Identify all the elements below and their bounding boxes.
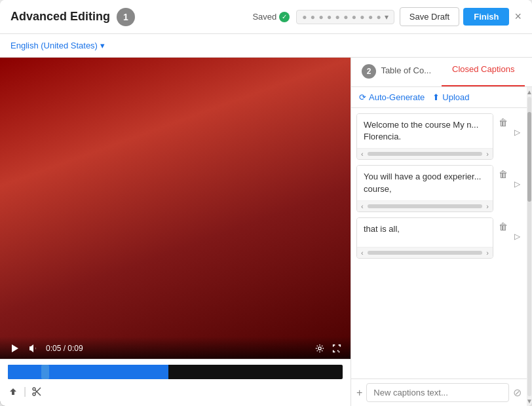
caption-scrollbar-2: ‹ › xyxy=(357,200,493,212)
upload-label: Upload xyxy=(442,92,469,102)
scrollbar-up-icon[interactable]: ▲ xyxy=(526,88,532,96)
captions-content: ⟳ Auto-Generate ⬆ Upload Wel xyxy=(351,87,527,406)
video-player: 0:05 / 0:09 xyxy=(0,58,351,359)
panel-scrollbar: ▲ ▼ xyxy=(527,87,532,406)
video-controls-overlay: 0:05 / 0:09 xyxy=(0,337,351,359)
url-pill[interactable]: ● ● ● ● ● ● ● ● ● ● ▾ xyxy=(296,10,394,24)
scroll-left-icon[interactable]: ‹ xyxy=(360,150,365,158)
caption-delete-2[interactable]: 🗑 xyxy=(496,168,510,181)
caption-scrollbar-1: ‹ › xyxy=(357,148,493,159)
scrollbar-thumb xyxy=(527,112,531,202)
timeline-marker xyxy=(41,365,49,379)
svg-marker-0 xyxy=(12,344,18,352)
caption-scrollbar-3: ‹ › xyxy=(357,247,493,258)
svg-point-2 xyxy=(33,388,35,390)
caption-delete-3[interactable]: 🗑 xyxy=(496,220,510,233)
caption-play-3[interactable]: ▷ xyxy=(513,231,522,242)
saved-indicator: Saved ✓ xyxy=(252,12,290,22)
time-display: 0:05 / 0:09 xyxy=(46,344,83,353)
auto-generate-label: Auto-Generate xyxy=(369,92,425,102)
timeline-progress xyxy=(8,365,168,379)
right-panel: 2 Table of Co... Closed Captions ⟳ Auto-… xyxy=(351,58,532,406)
add-caption-input[interactable] xyxy=(366,383,509,402)
timeline-up-button[interactable] xyxy=(8,386,18,397)
auto-generate-icon: ⟳ xyxy=(359,92,366,102)
timeline-track[interactable] xyxy=(8,365,343,379)
saved-label: Saved xyxy=(252,12,276,22)
scroll-right-icon[interactable]: › xyxy=(485,150,490,158)
fullscreen-button[interactable] xyxy=(331,342,343,354)
caption-text-1[interactable]: Welcome to the course My n...Florencia. xyxy=(357,114,493,148)
caption-play-2[interactable]: ▷ xyxy=(513,178,522,190)
language-chevron-icon: ▾ xyxy=(100,41,105,50)
scrollbar-track xyxy=(527,97,531,396)
finish-button[interactable]: Finish xyxy=(463,8,509,26)
step1-badge: 1 xyxy=(117,8,135,26)
caption-play-1[interactable]: ▷ xyxy=(513,126,522,138)
save-draft-button[interactable]: Save Draft xyxy=(400,7,459,26)
add-caption-area: + ⊘ xyxy=(351,378,527,406)
url-chevron-icon: ▾ xyxy=(385,12,389,22)
caption-card-1: Welcome to the course My n...Florencia. … xyxy=(356,113,493,160)
language-label: English (United States) xyxy=(10,41,98,50)
scroll-right-icon[interactable]: › xyxy=(485,249,490,257)
caption-text-3[interactable]: that is all, xyxy=(357,218,493,247)
tab-closed-captions[interactable]: Closed Captions xyxy=(442,58,525,86)
timeline-area: | xyxy=(0,359,351,406)
settings-button[interactable] xyxy=(314,342,326,354)
upload-button[interactable]: ⬆ Upload xyxy=(432,92,469,102)
tab-table-of-contents[interactable]: 2 Table of Co... xyxy=(351,58,442,86)
captions-list: Welcome to the course My n...Florencia. … xyxy=(351,108,527,378)
tab-toc-label: Table of Co... xyxy=(381,65,431,75)
scroll-thumb-3 xyxy=(368,251,483,255)
language-selector[interactable]: English (United States) ▾ xyxy=(10,41,105,50)
main-body: 0:05 / 0:09 xyxy=(0,58,532,406)
timeline-divider: | xyxy=(24,386,26,397)
tab-cc-label: Closed Captions xyxy=(452,64,514,74)
video-area: 0:05 / 0:09 xyxy=(0,58,351,406)
step2-badge: 2 xyxy=(362,64,376,79)
url-text: ● ● ● ● ● ● ● ● ● ● xyxy=(302,12,382,22)
scrollbar-down-icon[interactable]: ▼ xyxy=(526,397,532,405)
list-item: Welcome to the course My n...Florencia. … xyxy=(356,113,522,160)
modal-container: Advanced Editing 1 Saved ✓ ● ● ● ● ● ● ●… xyxy=(0,0,532,406)
panel-actions: ⟳ Auto-Generate ⬆ Upload xyxy=(351,87,527,108)
scroll-left-icon[interactable]: ‹ xyxy=(360,249,365,257)
caption-card-2: You will have a good experier...course, … xyxy=(356,165,493,212)
play-button[interactable] xyxy=(8,342,21,355)
add-caption-plus-icon[interactable]: + xyxy=(356,387,362,399)
scroll-right-icon[interactable]: › xyxy=(485,202,490,210)
scroll-left-icon[interactable]: ‹ xyxy=(360,202,365,210)
scroll-thumb-1 xyxy=(368,152,483,156)
list-item: You will have a good experier...course, … xyxy=(356,165,522,212)
caption-delete-1[interactable]: 🗑 xyxy=(496,116,510,129)
auto-generate-button[interactable]: ⟳ Auto-Generate xyxy=(359,92,425,102)
timeline-controls: | xyxy=(8,383,343,400)
panel-tabs: 2 Table of Co... Closed Captions xyxy=(351,58,532,87)
cancel-caption-icon[interactable]: ⊘ xyxy=(513,386,522,399)
timeline-scissors-button[interactable] xyxy=(31,386,42,397)
modal-header: Advanced Editing 1 Saved ✓ ● ● ● ● ● ● ●… xyxy=(0,0,532,34)
caption-text-2[interactable]: You will have a good experier...course, xyxy=(357,166,493,200)
caption-card-3: that is all, ‹ › xyxy=(356,217,493,259)
right-panel-inner: ⟳ Auto-Generate ⬆ Upload Wel xyxy=(351,87,532,406)
volume-button[interactable] xyxy=(26,342,39,355)
close-button[interactable]: × xyxy=(514,10,522,24)
modal-title: Advanced Editing xyxy=(10,10,110,24)
svg-point-3 xyxy=(33,393,35,396)
list-item: that is all, ‹ › 🗑 ▷ xyxy=(356,217,522,259)
upload-icon: ⬆ xyxy=(432,92,440,102)
saved-check-icon: ✓ xyxy=(279,12,290,22)
scroll-thumb-2 xyxy=(368,204,483,208)
svg-point-1 xyxy=(318,347,321,350)
sub-header: English (United States) ▾ xyxy=(0,34,532,58)
